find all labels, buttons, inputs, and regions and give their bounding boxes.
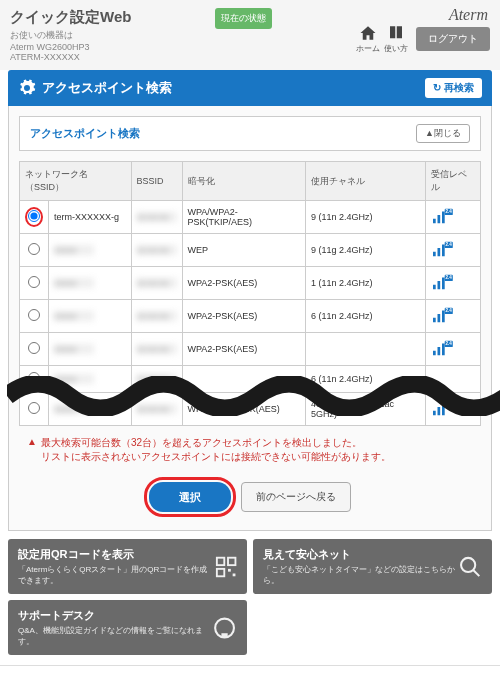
select-button[interactable]: 選択 — [149, 482, 231, 512]
page-title: クイック設定Web — [10, 8, 131, 27]
col-ssid: ネットワーク名（SSID） — [20, 162, 132, 201]
subsection-header: アクセスポイント検索 ▲閉じる — [19, 116, 481, 151]
ssid-cell: xxxxx — [49, 393, 132, 426]
ssid-cell: xxxxx — [49, 366, 132, 393]
brand-logo: Aterm — [449, 6, 488, 24]
usage-link[interactable]: 使い方 — [384, 24, 408, 54]
radio-cell[interactable] — [20, 201, 49, 234]
card-safenet[interactable]: 見えて安心ネット「こども安心ネットタイマー」などの設定はこちらから。 — [253, 539, 492, 594]
book-icon — [387, 24, 405, 42]
table-row: xxxxx xx:xx:xx WEP 9 (11g 2.4GHz) 2.4 — [20, 234, 481, 267]
warning-message: ▲ 最大検索可能台数（32台）を超えるアクセスポイントを検出しました。 リストに… — [19, 426, 481, 474]
svg-rect-14 — [217, 568, 224, 575]
gear-icon — [18, 79, 36, 97]
svg-text:2.4: 2.4 — [446, 242, 453, 247]
bssid-cell: xx:xx:xx — [131, 201, 182, 234]
header: クイック設定Web お使いの機器は Aterm WG2600HP3 ATERM-… — [0, 0, 500, 70]
support-icon — [212, 615, 237, 641]
enc-cell: WPA2-PSK(AES) — [182, 333, 305, 366]
subsection-title: アクセスポイント検索 — [30, 126, 140, 141]
svg-rect-15 — [228, 568, 231, 571]
table-row: term-XXXXXX-g xx:xx:xx WPA/WPA2-PSK(TKIP… — [20, 201, 481, 234]
ch-cell — [305, 333, 425, 366]
logout-button[interactable]: ログアウト — [416, 27, 490, 51]
col-ch: 使用チャネル — [305, 162, 425, 201]
ch-cell: 9 (11g 2.4GHz) — [305, 234, 425, 267]
research-button[interactable]: ↻ 再検索 — [425, 78, 482, 98]
qr-icon — [215, 554, 237, 580]
svg-rect-16 — [232, 573, 235, 576]
svg-rect-13 — [228, 557, 235, 564]
signal-cell — [426, 366, 481, 393]
ssid-cell: term-XXXXXX-g — [49, 201, 132, 234]
svg-point-17 — [461, 557, 475, 571]
bssid-cell: xx:xx:xx — [131, 267, 182, 300]
section-header: アクセスポイント検索 ↻ 再検索 — [8, 70, 492, 106]
device-label: お使いの機器は — [10, 29, 131, 42]
enc-cell: WPA2-PSK(AES) — [182, 267, 305, 300]
card-support[interactable]: サポートデスクQ&A、機能別設定ガイドなどの情報をご覧になれます。 — [8, 600, 247, 655]
table-row: xxxxx xx:xx:xx WPA2-PSK(AES) 1 (11n 2.4G… — [20, 267, 481, 300]
radio-cell[interactable] — [20, 393, 49, 426]
ch-cell: 9 (11n 2.4GHz) — [305, 201, 425, 234]
bssid-cell: xx:xx:xx — [131, 333, 182, 366]
ssid-cell: xxxxx — [49, 234, 132, 267]
card-qr[interactable]: 設定用QRコードを表示「AtermらくらくQRスタート」用のQRコードを作成でき… — [8, 539, 247, 594]
bssid-cell: xx:xx:xx — [131, 300, 182, 333]
collapse-button[interactable]: ▲閉じる — [416, 124, 470, 143]
ch-cell: 6 (11n 2.4GHz) — [305, 366, 425, 393]
radio-cell[interactable] — [20, 366, 49, 393]
svg-text:2.4: 2.4 — [446, 308, 453, 313]
signal-cell: 2.4 — [426, 267, 481, 300]
enc-cell — [182, 366, 305, 393]
bssid-cell: xx:xx:xx — [131, 234, 182, 267]
svg-text:2.4: 2.4 — [446, 209, 453, 214]
bssid-cell: xx:xx:xx — [131, 393, 182, 426]
home-link[interactable]: ホーム — [356, 24, 380, 54]
svg-text:2.4: 2.4 — [446, 275, 453, 280]
signal-cell: 2.4 — [426, 201, 481, 234]
device-model: Aterm WG2600HP3 — [10, 42, 131, 52]
section-title: アクセスポイント検索 — [42, 79, 172, 97]
radio-cell[interactable] — [20, 267, 49, 300]
table-row: xxxxx xx:xx:xx WPA2-PSK(AES) 2.4 — [20, 333, 481, 366]
device-name: ATERM-XXXXXX — [10, 52, 131, 62]
col-bssid: BSSID — [131, 162, 182, 201]
ssid-cell: xxxxx — [49, 333, 132, 366]
ch-cell: 40&36&44&48 (11ac 5GHz) — [305, 393, 425, 426]
ap-table: ネットワーク名（SSID） BSSID 暗号化 使用チャネル 受信レベル ter… — [19, 161, 481, 426]
table-row: xxxxx xx:xx:xx 6 (11n 2.4GHz) — [20, 366, 481, 393]
home-icon — [359, 24, 377, 42]
col-signal: 受信レベル — [426, 162, 481, 201]
table-row: xxxxx xx:xx:xx WPA/WPA2-PSK(AES) 40&36&4… — [20, 393, 481, 426]
enc-cell: WEP — [182, 234, 305, 267]
ssid-cell: xxxxx — [49, 267, 132, 300]
radio-cell[interactable] — [20, 234, 49, 267]
enc-cell: WPA2-PSK(AES) — [182, 300, 305, 333]
ch-cell: 6 (11n 2.4GHz) — [305, 300, 425, 333]
signal-cell: 2.4 — [426, 333, 481, 366]
svg-text:2.4: 2.4 — [446, 341, 453, 346]
current-status-button[interactable]: 現在の状態 — [215, 8, 272, 29]
signal-cell: 5 — [426, 393, 481, 426]
signal-cell: 2.4 — [426, 234, 481, 267]
ssid-cell: xxxxx — [49, 300, 132, 333]
radio-cell[interactable] — [20, 300, 49, 333]
footer: ホーム 使い方 ログアウト — [0, 665, 500, 684]
back-button[interactable]: 前のページへ戻る — [241, 482, 351, 512]
ch-cell: 1 (11n 2.4GHz) — [305, 267, 425, 300]
col-enc: 暗号化 — [182, 162, 305, 201]
signal-cell: 2.4 — [426, 300, 481, 333]
svg-rect-19 — [221, 633, 227, 637]
bssid-cell: xx:xx:xx — [131, 366, 182, 393]
table-row: xxxxx xx:xx:xx WPA2-PSK(AES) 6 (11n 2.4G… — [20, 300, 481, 333]
enc-cell: WPA/WPA2-PSK(TKIP/AES) — [182, 201, 305, 234]
radio-cell[interactable] — [20, 333, 49, 366]
magnifier-icon — [458, 554, 482, 580]
warning-icon: ▲ — [27, 436, 37, 464]
enc-cell: WPA/WPA2-PSK(AES) — [182, 393, 305, 426]
svg-rect-12 — [217, 557, 224, 564]
